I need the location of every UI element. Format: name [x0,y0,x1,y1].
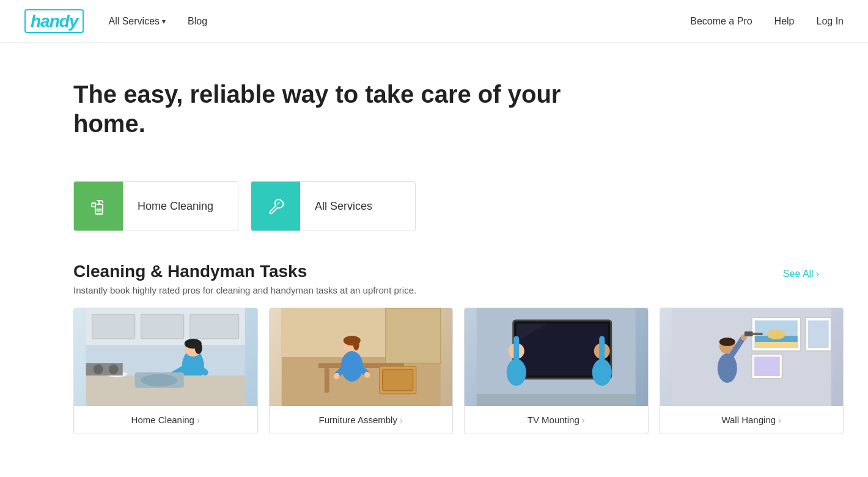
svg-point-36 [364,372,370,378]
furniture-assembly-task-label: Furniture Assembly › [270,406,453,434]
nav-left-links: All Services ▾ Blog [108,16,690,27]
svg-point-31 [353,339,359,350]
logo-text: handy [24,9,84,33]
spray-bottle-icon [87,194,110,218]
home-cleaning-task-label: Home Cleaning › [74,406,257,434]
cleaning-scene-svg [74,308,257,406]
chevron-right-icon: › [582,415,585,425]
wrench-icon [264,194,287,218]
chevron-down-icon: ▾ [162,17,166,26]
tv-mounting-task-card[interactable]: TV Mounting › [464,308,649,434]
svg-rect-61 [744,331,752,336]
logo[interactable]: handy [24,12,84,31]
svg-point-52 [767,330,785,339]
wall-scene-svg [660,308,844,406]
tasks-section-subtitle: Instantly book highly rated pros for cle… [73,285,844,295]
see-all-link[interactable]: See All › [783,268,819,279]
svg-rect-26 [324,368,329,393]
nav-blog-label: Blog [188,16,207,27]
all-services-card-icon [251,182,300,231]
svg-point-20 [94,364,103,374]
svg-rect-55 [807,320,828,348]
home-cleaning-task-image [74,308,257,406]
hero-title: The easy, reliable way to take care of y… [73,80,623,138]
svg-rect-28 [382,369,413,391]
become-pro-link[interactable]: Become a Pro [690,16,752,27]
chevron-right-icon: › [400,415,403,425]
svg-rect-6 [141,314,184,339]
chevron-right-icon: › [816,268,819,279]
furniture-assembly-task-card[interactable]: Furniture Assembly › [269,308,454,434]
home-cleaning-task-card[interactable]: Home Cleaning › [73,308,258,434]
home-cleaning-card-icon [74,182,123,231]
see-all-label: See All [783,268,814,279]
svg-rect-64 [754,357,779,376]
svg-rect-53 [754,342,797,348]
tv-mounting-task-label: TV Mounting › [465,406,648,434]
all-services-card-label: All Services [300,200,387,213]
wall-hanging-task-label: Wall Hanging › [660,406,844,434]
home-cleaning-service-card[interactable]: Home Cleaning [73,181,238,231]
nav-blog[interactable]: Blog [188,16,207,27]
tv-scene-svg [465,308,648,406]
svg-point-16 [141,374,178,386]
svg-rect-7 [190,314,239,339]
svg-rect-47 [477,394,636,406]
svg-rect-5 [92,314,135,339]
svg-point-11 [195,342,202,354]
chevron-right-icon: › [197,415,200,425]
chevron-right-icon: › [778,415,781,425]
nav-all-services-label: All Services [108,16,160,27]
tv-mounting-task-image [465,308,648,406]
navbar: handy All Services ▾ Blog Become a Pro H… [0,0,868,43]
help-link[interactable]: Help [774,16,795,27]
home-cleaning-card-label: Home Cleaning [123,200,228,213]
section-header: Cleaning & Handyman Tasks See All › [73,262,844,281]
svg-rect-24 [385,308,440,363]
nav-right-links: Become a Pro Help Log In [690,16,844,27]
svg-point-57 [719,338,735,346]
svg-point-21 [109,364,119,374]
svg-point-35 [333,373,339,379]
login-link[interactable]: Log In [817,16,844,27]
furniture-assembly-task-image [270,308,453,406]
wall-hanging-task-card[interactable]: Wall Hanging › [660,308,844,434]
service-cards-row: Home Cleaning All Services [0,163,868,250]
tasks-section-title: Cleaning & Handyman Tasks [73,262,307,281]
tasks-section: Cleaning & Handyman Tasks See All › Inst… [0,250,868,446]
hero-section: The easy, reliable way to take care of y… [0,43,868,163]
nav-all-services[interactable]: All Services ▾ [108,16,166,27]
furniture-scene-svg [270,308,453,406]
svg-rect-62 [751,333,762,335]
wall-hanging-task-image [660,308,844,406]
task-cards-row: Home Cleaning › [73,308,844,434]
all-services-service-card[interactable]: All Services [251,181,416,231]
